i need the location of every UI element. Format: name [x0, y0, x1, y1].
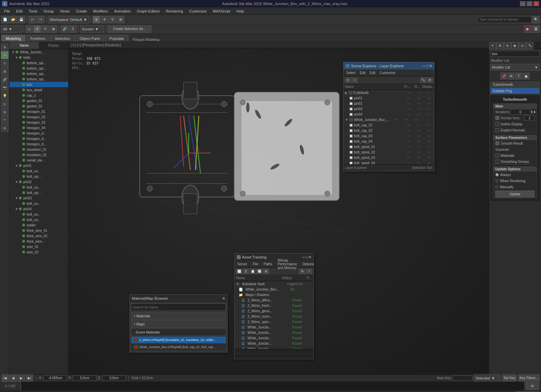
tool-shapes[interactable]: ◎ [1, 100, 8, 107]
rmp-tab-hierarchy[interactable]: ⊕ [504, 42, 511, 49]
at-menu-paths[interactable]: Paths [262, 262, 274, 266]
mode-tab-object-paint[interactable]: Object Paint [75, 35, 104, 42]
tree-row-box[interactable]: box [9, 82, 68, 87]
at-row-map1[interactable]: 🖼 2_Wires_diffus... Found [235, 297, 313, 303]
x-input[interactable] [43, 375, 67, 381]
viewport-canvas[interactable]: Total Polys: 108 072 Verts: 55 037 FPS: [69, 48, 489, 373]
at-row-map8[interactable]: 🖼 White_Junctio... Found [235, 335, 313, 341]
tool-camera[interactable]: 📷 [1, 84, 8, 91]
time-config-btn[interactable]: ⚙ [525, 383, 539, 390]
undo-btn[interactable]: ↩ [29, 16, 36, 23]
tree-row-thickwire02[interactable]: thick_wire_02 [9, 233, 68, 239]
at-row-map5[interactable]: 🖼 2_Wires_spec... Found [235, 319, 313, 324]
se-btn-add[interactable]: + [352, 77, 358, 83]
maximize-btn[interactable]: □ [527, 1, 532, 6]
se-menu-customize[interactable]: Customize [378, 71, 397, 75]
iterations-spinner[interactable]: ⬆⬇ [531, 110, 536, 114]
at-menu-server[interactable]: Server [236, 262, 249, 266]
se-close-btn[interactable]: ✕ [429, 64, 432, 68]
at-row-maps[interactable]: 📁 Maps / Shaders [235, 292, 313, 297]
set-key-btn[interactable]: Set Key [502, 374, 517, 382]
autokey-field[interactable] [452, 375, 472, 381]
render-iters-input[interactable] [524, 115, 535, 121]
menu-item-edit[interactable]: Edit [14, 8, 25, 14]
se-btn-icon1[interactable]: 🔧 [420, 77, 426, 83]
tree-row-thickwire[interactable]: thick_wire... [9, 239, 68, 244]
select-mode-btn[interactable]: ◻ [25, 25, 33, 33]
se-row-boltcap03[interactable]: 🔲 bolt_cap_03 ⋯⋯⋯ [344, 133, 434, 139]
mat-search-input[interactable] [131, 303, 226, 311]
mode-tab-selection[interactable]: Selection [50, 35, 74, 42]
at-row-map3[interactable]: 🖼 2_Wires_gloss... Found [235, 308, 313, 314]
at-btn2[interactable]: ☰ [243, 269, 249, 274]
mod-editable-poly[interactable]: Editable Poly [490, 88, 540, 94]
tree-row-hexagond[interactable]: hexagon_d... [9, 141, 68, 147]
tree-row-gasket02[interactable]: gasket_02 [9, 103, 68, 109]
menu-item-animation[interactable]: Animation [112, 8, 134, 14]
render2-btn[interactable]: 🖼 [532, 25, 540, 33]
tree-row-metallele[interactable]: metall_ele... [9, 157, 68, 163]
scale-mode-btn[interactable]: ⊠ [50, 25, 57, 33]
se-btn-icon2[interactable]: ⚙ [427, 77, 433, 83]
rmp-tab-modify[interactable]: ⊞ [496, 42, 504, 49]
explicit-checkbox[interactable] [495, 128, 499, 132]
at-min-btn[interactable]: ─ [302, 255, 305, 260]
menu-item-views[interactable]: Views [57, 8, 72, 14]
menu-item-group[interactable]: Group [41, 8, 56, 14]
new-btn[interactable]: 📄 [1, 16, 9, 23]
mat-item-junction[interactable]: White_Junction_Box (VRayMtl) [bolt_cap_0… [131, 344, 226, 350]
rmp-tab-utility[interactable]: 🔧 [526, 42, 534, 49]
manually-radio[interactable] [495, 185, 499, 189]
at-row-vault[interactable]: 🏛 Autodesk Vault Logged Out ... [235, 281, 313, 287]
tree-row-bottomspi[interactable]: bottom_spi... [9, 76, 68, 82]
tree-row-boltca[interactable]: bolt_ca... [9, 168, 68, 174]
tree-row-boxdetail[interactable]: box_detail [9, 87, 68, 93]
smoothgrp-checkbox[interactable] [495, 160, 499, 164]
tree-row-wire01[interactable]: wire_01 [9, 244, 68, 249]
mod-show-btn[interactable]: 👁 [508, 73, 515, 79]
se-row-wjb[interactable]: ▼ ⬛ White_Junction_Box_with_2... ⋯⋯⋯ [344, 117, 434, 122]
mode-tab-populate[interactable]: Populate [105, 35, 128, 42]
render-btn[interactable]: ▶ [524, 25, 532, 33]
at-btn4[interactable]: 🔄 [256, 269, 262, 274]
tree-row-insulation02[interactable]: insulation_02 [9, 152, 68, 157]
tree-row-pin04[interactable]: ▼pin04 [9, 206, 68, 212]
smooth-checkbox[interactable] [495, 141, 499, 145]
y-input[interactable] [73, 375, 96, 381]
at-row-map9[interactable]: 🖼 White_Junctio... Found [235, 341, 313, 346]
mat-section-scene[interactable]: - Scene Materials [131, 328, 226, 336]
at-menu-options[interactable]: Options [301, 262, 315, 266]
render-iters-checkbox[interactable] [495, 116, 499, 120]
at-help-btn[interactable]: ? [306, 269, 312, 274]
at-settings-btn[interactable]: ⚙ [299, 269, 305, 274]
next-frame-btn[interactable]: ▶| [26, 374, 33, 382]
tree-row-whitejunctio[interactable]: ▼White_Junctio... [9, 49, 68, 55]
menu-item-rendering[interactable]: Rendering [163, 8, 186, 14]
tree-row-hexagon03[interactable]: hexagon_03 [9, 120, 68, 125]
mod-select-btn[interactable]: ◼ [523, 73, 530, 79]
menu-item-maxscript[interactable]: MAXScript [210, 8, 233, 14]
rotate-btn[interactable]: ↻ [109, 16, 116, 23]
at-menu-bitmap[interactable]: Bitmap Performance and Memory [276, 259, 298, 270]
tree-row-cap1[interactable]: cap_1 [9, 93, 68, 98]
menu-item-modifiers[interactable]: Modifiers [90, 8, 111, 14]
tree-row-hexagon04[interactable]: hexagon_04 [9, 125, 68, 130]
mat-item-2wires[interactable]: 2_Wires (VRayMtl) [insulation_01, insula… [131, 337, 226, 343]
tree-row-bottomspi[interactable]: bottom_spi... [9, 66, 68, 71]
tree-row-pin03[interactable]: ▼pin03 [9, 195, 68, 201]
se-row-boltspiral02[interactable]: 🔲 bolt_spiral_02 ⋯⋯⋯ [344, 149, 434, 155]
modifier-list-dropdown[interactable]: Modifier List ▼ [490, 64, 540, 71]
se-row-pin01[interactable]: 🔲 pin01 ⋯⋯⋯ [344, 95, 434, 101]
tree-row-gasket01[interactable]: gasket_01 [9, 98, 68, 103]
menu-item-customize[interactable]: Customize [186, 8, 209, 14]
tree-row-boltca[interactable]: bolt_ca... [9, 201, 68, 206]
tool-rotate[interactable]: ↻ [1, 59, 8, 67]
create-selection-btn[interactable]: Create Selection Se... [108, 25, 151, 33]
se-row-pin04[interactable]: 🔲 pin04 ⋯⋯⋯ [344, 112, 434, 117]
se-btn-delete[interactable]: ✕ [345, 77, 351, 83]
tree-row-hexagond[interactable]: hexagon_d... [9, 136, 68, 141]
se-menu-select[interactable]: Select [345, 71, 357, 75]
rmp-tab-motion[interactable]: ▶ [511, 42, 519, 49]
tree-row-solder[interactable]: solder [9, 222, 68, 228]
tool-spacewarp[interactable]: 〜 [1, 116, 8, 124]
